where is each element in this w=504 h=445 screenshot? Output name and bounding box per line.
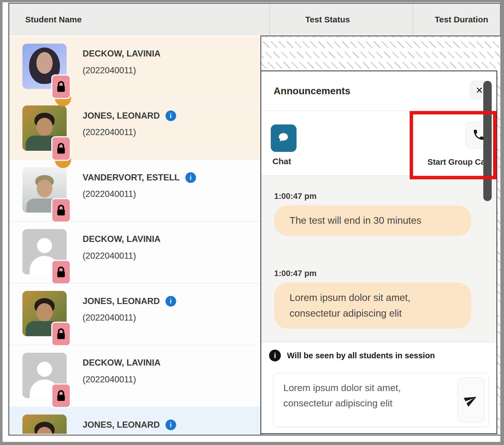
student-list: DECKOW, LAVINIA(2022040011)JONES, LEONAR… xyxy=(9,36,260,434)
student-row[interactable]: JONES, LEONARDi(2022040011) xyxy=(9,98,260,159)
info-icon[interactable]: i xyxy=(165,110,176,121)
announcement-input-value: Lorem ipsum dolor sit amet, consectetur … xyxy=(283,380,443,411)
info-icon[interactable]: i xyxy=(165,420,176,430)
lock-icon xyxy=(51,136,71,161)
column-header-test-status: Test Status xyxy=(305,4,350,36)
student-id: (2022040011) xyxy=(83,313,136,323)
chat-button[interactable] xyxy=(271,124,297,152)
send-button[interactable] xyxy=(457,377,485,423)
announcement-bubble: The test will end in 30 minutes xyxy=(274,205,471,236)
proctoring-screen: Student Name Test Status Test Duration D… xyxy=(0,0,504,445)
student-name: JONES, LEONARDi xyxy=(83,420,176,430)
chat-label: Chat xyxy=(272,157,291,166)
student-id: (2022040011) xyxy=(83,375,136,385)
student-name: JONES, LEONARDi xyxy=(83,110,176,121)
student-id: (2022040011) xyxy=(83,127,136,137)
student-name-text: JONES, LEONARD xyxy=(83,420,160,430)
student-name: DECKOW, LAVINIA xyxy=(83,49,160,59)
student-row[interactable]: DECKOW, LAVINIA(2022040011) xyxy=(9,221,260,283)
student-name-text: DECKOW, LAVINIA xyxy=(83,358,160,368)
message-timestamp: 1:00:47 pm xyxy=(274,192,471,201)
column-divider xyxy=(412,4,413,36)
student-name: VANDERVORT, ESTELLi xyxy=(83,172,196,183)
info-icon[interactable]: i xyxy=(185,172,196,183)
student-name: DECKOW, LAVINIA xyxy=(83,234,160,244)
broadcast-notice: i Will be seen by all students in sessio… xyxy=(269,350,435,361)
student-id: (2022040011) xyxy=(83,251,136,261)
announcements-panel: Announcements ✕ Chat Start Group Call 1:… xyxy=(260,70,497,434)
info-icon: i xyxy=(269,350,281,361)
student-id: (2022040011) xyxy=(83,65,136,76)
table-header: Student Name Test Status Test Duration xyxy=(9,4,500,36)
start-group-call-highlight-annotation xyxy=(410,111,496,179)
announcement-bubble: Lorem ipsum dolor sit amet, consectetur … xyxy=(274,282,471,329)
column-divider xyxy=(269,4,270,36)
column-header-test-duration: Test Duration xyxy=(435,4,488,36)
lock-icon xyxy=(51,383,71,408)
lock-icon xyxy=(51,74,71,99)
student-row[interactable]: JONES, LEONARDi(2022040011) xyxy=(9,283,260,345)
student-name-text: DECKOW, LAVINIA xyxy=(83,49,160,59)
chat-bubble-icon xyxy=(277,131,290,145)
announcement-input[interactable]: Lorem ipsum dolor sit amet, consectetur … xyxy=(273,373,489,427)
close-icon: ✕ xyxy=(476,85,483,96)
student-row[interactable]: VANDERVORT, ESTELLi(2022040011) xyxy=(9,159,260,221)
info-icon[interactable]: i xyxy=(165,296,176,307)
lock-icon xyxy=(51,198,71,223)
panel-title: Announcements xyxy=(274,71,350,110)
student-row[interactable]: DECKOW, LAVINIA(2022040011) xyxy=(9,345,260,407)
message-timestamp: 1:00:47 pm xyxy=(274,269,471,278)
student-name: DECKOW, LAVINIA xyxy=(83,358,160,368)
broadcast-notice-text: Will be seen by all students in session xyxy=(287,351,435,360)
student-name-text: JONES, LEONARD xyxy=(83,296,160,306)
lock-icon xyxy=(51,260,71,284)
student-row[interactable]: DECKOW, LAVINIA(2022040011) xyxy=(9,36,260,98)
student-name: JONES, LEONARDi xyxy=(83,296,176,307)
send-icon xyxy=(464,393,478,407)
avatar-photo xyxy=(22,415,67,434)
column-header-student-name: Student Name xyxy=(25,4,82,36)
announcement-messages: 1:00:47 pmThe test will end in 30 minute… xyxy=(261,175,496,342)
student-row[interactable]: JONES, LEONARDi(2022040011) xyxy=(9,407,260,434)
student-id: (2022040011) xyxy=(83,189,136,199)
student-name-text: DECKOW, LAVINIA xyxy=(83,234,160,244)
student-name-text: VANDERVORT, ESTELL xyxy=(83,173,180,183)
lock-icon xyxy=(51,322,71,346)
student-name-text: JONES, LEONARD xyxy=(83,111,160,121)
